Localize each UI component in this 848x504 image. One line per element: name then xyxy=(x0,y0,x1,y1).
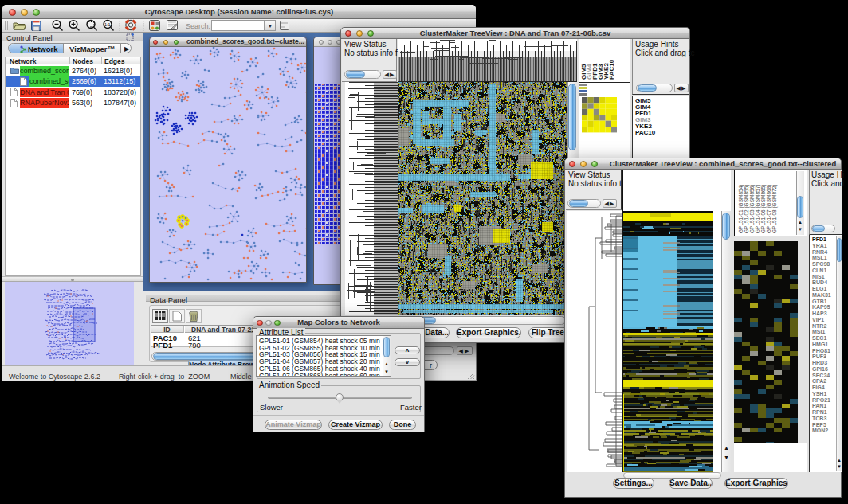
svg-text:1:1: 1:1 xyxy=(104,22,111,27)
svg-text:PAC10: PAC10 xyxy=(608,59,615,80)
svg-text:GPL51-08 (GSM872): GPL51-08 (GSM872) xyxy=(771,185,778,233)
